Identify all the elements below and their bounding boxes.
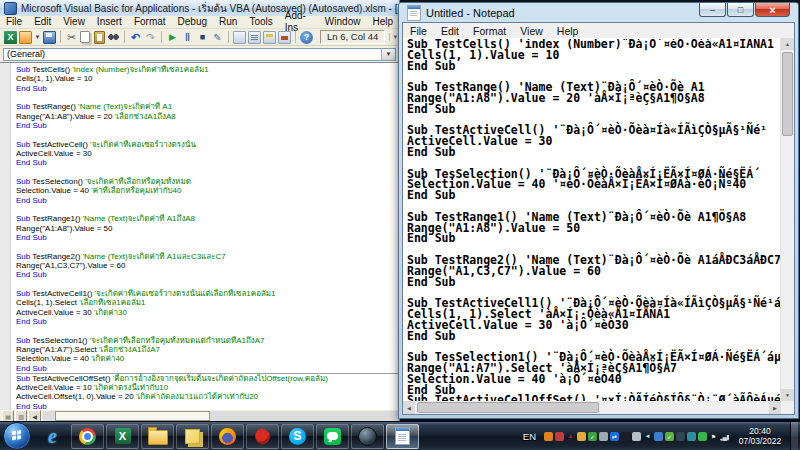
- object-browser-icon[interactable]: [263, 31, 276, 44]
- reset-icon[interactable]: [196, 31, 209, 44]
- code-line[interactable]: End Sub: [16, 402, 399, 410]
- taskbar-button-notepad[interactable]: [386, 424, 419, 449]
- taskbar-button-chrome[interactable]: [71, 424, 104, 449]
- code-line[interactable]: [16, 93, 399, 102]
- paste-icon[interactable]: [94, 31, 105, 44]
- code-line[interactable]: End Sub: [16, 158, 399, 167]
- tray-speaker-icon[interactable]: ◄: [643, 432, 652, 441]
- taskbar-clock[interactable]: 20:40 07/03/2022: [734, 426, 786, 446]
- code-line[interactable]: Sub TestCells() 'Index (Number)จะเกิดค่า…: [16, 65, 399, 74]
- code-line[interactable]: Range("A1:A8").Value = 20 'เลือกช่วงA1ถึ…: [16, 112, 399, 121]
- notepad-menu-view[interactable]: View: [513, 25, 550, 37]
- tray-messenger-icon[interactable]: [698, 432, 707, 441]
- taskbar-button-line[interactable]: [316, 424, 349, 449]
- scroll-down-arrow-icon[interactable]: ▼: [781, 389, 794, 401]
- vba-menu-file[interactable]: File: [0, 16, 28, 28]
- taskbar-button-red-app[interactable]: [246, 424, 279, 449]
- help-icon[interactable]: [300, 31, 313, 44]
- tray-red-shield-icon[interactable]: [555, 432, 564, 441]
- notepad-vscroll-thumb[interactable]: [782, 52, 793, 136]
- code-line[interactable]: End Sub: [16, 270, 399, 279]
- code-line[interactable]: Sub TesSelection1() 'จะเกิดค่าที่เลือกหร…: [16, 336, 399, 345]
- code-line[interactable]: Sub TestActiveCellOffSet() 'คือการอ้างอิ…: [16, 373, 399, 383]
- notepad-menu-file[interactable]: File: [403, 25, 434, 37]
- vba-code-pane[interactable]: Sub TestCells() 'Index (Number)จะเกิดค่า…: [0, 63, 399, 410]
- run-icon[interactable]: [166, 31, 179, 44]
- code-line[interactable]: [16, 242, 399, 251]
- code-line[interactable]: Cells(1, 1).Value = 10: [16, 74, 399, 83]
- tray-teamviewer-icon[interactable]: ⇄: [610, 432, 619, 441]
- code-line[interactable]: [16, 326, 399, 335]
- tray-green-shield-icon[interactable]: ✓: [588, 432, 597, 441]
- vba-hscroll-track[interactable]: [43, 411, 399, 421]
- break-icon[interactable]: [181, 31, 194, 44]
- tray-clipboard-icon[interactable]: [632, 432, 641, 441]
- tray-flag-icon[interactable]: ⚑: [709, 432, 718, 441]
- vba-menu-debug[interactable]: Debug: [172, 16, 213, 28]
- code-line[interactable]: Range("A1:A8").Value = 50: [16, 224, 399, 233]
- taskbar-button-firefox[interactable]: [211, 424, 244, 449]
- vba-title-bar[interactable]: Microsoft Visual Basic for Applications …: [0, 0, 399, 16]
- save-icon[interactable]: [43, 31, 56, 44]
- vba-object-dropdown[interactable]: (General) ▼: [3, 48, 396, 61]
- close-button[interactable]: ×: [755, 3, 790, 17]
- notepad-vertical-scrollbar[interactable]: ▲ ▼: [780, 38, 794, 401]
- code-line[interactable]: Sub TesSelection() 'จะเกิดค่าที่เลือกหรื…: [16, 177, 399, 186]
- tray-red-triangle-icon[interactable]: ▲: [566, 432, 575, 441]
- insert-object-caret-icon[interactable]: [34, 31, 41, 44]
- cut-icon[interactable]: [65, 31, 78, 44]
- notepad-menu-format[interactable]: Format: [466, 25, 513, 37]
- notepad-menu-edit[interactable]: Edit: [434, 25, 466, 37]
- code-line[interactable]: Sub TestRange2() 'Name (Text)จะเกิดค่าที…: [16, 252, 399, 261]
- code-line[interactable]: Sub TestRange1() 'Name (Text)จะเกิดค่าที…: [16, 214, 399, 223]
- code-line[interactable]: Selection.Value = 40 'ค่าที่เลือกหรือคุม…: [16, 186, 399, 195]
- notepad-horizontal-scrollbar[interactable]: ◀ ▶: [403, 401, 794, 414]
- tray-media-app-icon[interactable]: [621, 432, 630, 441]
- code-line[interactable]: Range("A1,C3,C7").Value = 60: [16, 261, 399, 270]
- toolbox-icon[interactable]: [278, 31, 291, 44]
- tray-update-ok-icon[interactable]: ✓: [665, 432, 674, 441]
- code-line[interactable]: End Sub: [16, 196, 399, 205]
- tray-orange-app-icon[interactable]: [544, 432, 553, 441]
- show-desktop-button[interactable]: [790, 422, 798, 450]
- maximize-button[interactable]: □: [727, 3, 754, 17]
- undo-icon[interactable]: [129, 31, 142, 44]
- design-mode-icon[interactable]: [211, 31, 224, 44]
- vba-menu-format[interactable]: Format: [128, 16, 172, 28]
- code-line[interactable]: ActiveCell.Offset(1, 0).Value = 20 'เกิด…: [16, 392, 399, 401]
- code-line[interactable]: End Sub: [16, 121, 399, 130]
- vba-menu-help[interactable]: Help: [366, 16, 399, 28]
- vba-menu-run[interactable]: Run: [213, 16, 243, 28]
- code-line[interactable]: ActiveCell.Value = 30 'เกิดค่า30: [16, 308, 399, 317]
- notepad-hscroll-thumb[interactable]: [417, 402, 599, 413]
- code-line[interactable]: End Sub: [16, 233, 399, 242]
- tray-signal-icon[interactable]: ▂▄▆: [720, 432, 729, 441]
- code-line[interactable]: Cells(1, 1).Select 'เลือกที่เซล1คอลัม1: [16, 298, 399, 307]
- code-line[interactable]: [16, 205, 399, 214]
- scroll-left-arrow-icon[interactable]: ◀: [403, 401, 415, 414]
- redo-icon[interactable]: [144, 31, 157, 44]
- taskbar-button-sticky-notes[interactable]: [176, 424, 209, 449]
- find-icon[interactable]: [107, 31, 120, 44]
- insert-object-icon[interactable]: [19, 31, 32, 44]
- code-line[interactable]: [16, 168, 399, 177]
- start-button[interactable]: [3, 422, 31, 450]
- code-line[interactable]: Sub TestRange() 'Name (Text)จะเกิดค่าที่…: [16, 102, 399, 111]
- vba-menu-edit[interactable]: Edit: [28, 16, 57, 28]
- minimize-button[interactable]: –: [699, 3, 726, 17]
- vba-menu-tools[interactable]: Tools: [243, 16, 278, 28]
- tray-globe-icon[interactable]: [687, 432, 696, 441]
- tray-sphere-icon[interactable]: [676, 432, 685, 441]
- code-line[interactable]: End Sub: [16, 317, 399, 326]
- code-line[interactable]: Range("A1:A7").Select 'เลือกช่วงA1ถึงA7: [16, 345, 399, 354]
- code-line[interactable]: [16, 280, 399, 289]
- code-line[interactable]: Selection.Value = 40 'เกิดค่า40: [16, 354, 399, 363]
- language-indicator[interactable]: EN: [521, 431, 542, 442]
- taskbar-button-windows-explorer[interactable]: [141, 424, 174, 449]
- toolbar-overflow-icon[interactable]: ▾: [389, 33, 397, 41]
- taskbar-button-skype[interactable]: [281, 424, 314, 449]
- code-line[interactable]: Sub TestActiveCell() 'จะเกิดค่าที่เคอเซอ…: [16, 140, 399, 149]
- vba-hscroll-thumb[interactable]: [55, 411, 210, 421]
- notepad-text-area[interactable]: Sub TestCells() 'index (Number)¨Ðà¡Ô´¤èÒ…: [407, 39, 780, 401]
- vba-menu-window[interactable]: Window: [319, 16, 367, 28]
